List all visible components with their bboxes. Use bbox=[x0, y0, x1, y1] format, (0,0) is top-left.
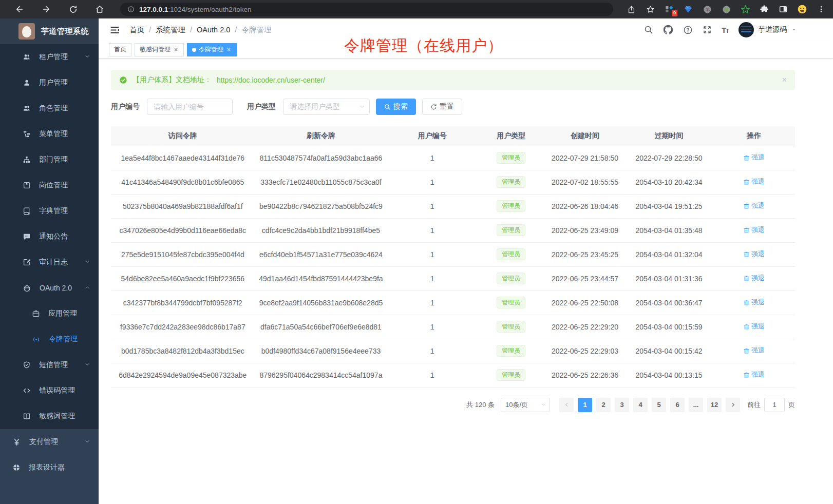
tab-token[interactable]: 令牌管理× bbox=[187, 43, 237, 56]
puzzle-extensions-icon[interactable] bbox=[759, 4, 770, 15]
trash-icon bbox=[743, 372, 750, 378]
page-button-1[interactable]: 1 bbox=[578, 398, 592, 412]
sidebar-item-error-code[interactable]: 错误码管理 bbox=[0, 378, 99, 403]
extension-badge: 9 bbox=[672, 10, 677, 16]
page-button-4[interactable]: 4 bbox=[633, 398, 648, 412]
user-type-badge: 管理员 bbox=[497, 273, 525, 285]
address-bar[interactable]: 127.0.0.1:1024/system/oauth2/token bbox=[120, 3, 613, 16]
breadcrumb-item[interactable]: 首页 bbox=[129, 25, 144, 35]
browser-home-button[interactable] bbox=[86, 2, 113, 16]
reset-button[interactable]: 重置 bbox=[422, 99, 462, 115]
star-extension-icon[interactable] bbox=[740, 4, 751, 15]
trash-icon bbox=[743, 347, 750, 354]
page-button-5[interactable]: 5 bbox=[652, 398, 666, 412]
sidebar-item-oauth2-token[interactable]: 令牌管理 bbox=[0, 326, 99, 352]
page-button-6[interactable]: 6 bbox=[670, 398, 685, 412]
site-info-icon[interactable] bbox=[127, 6, 135, 13]
sidebar-item-role[interactable]: 角色管理 bbox=[0, 95, 99, 121]
sidebar-item-sensitive-word[interactable]: 敏感词管理 bbox=[0, 403, 99, 429]
split-view-icon[interactable] bbox=[778, 4, 789, 15]
prev-page-button[interactable] bbox=[559, 398, 574, 412]
user-name: 芋道源码 bbox=[758, 25, 787, 34]
sidebar-item-audit-log[interactable]: 审计日志 bbox=[0, 249, 99, 275]
action-cell: 强退 bbox=[713, 194, 795, 218]
force-logout-button[interactable]: 强退 bbox=[743, 201, 765, 210]
sidebar-item-sms[interactable]: 短信管理 bbox=[0, 352, 99, 378]
force-logout-label: 强退 bbox=[751, 298, 765, 307]
force-logout-button[interactable]: 强退 bbox=[743, 177, 765, 186]
github-icon[interactable] bbox=[663, 25, 673, 35]
refresh-token-cell: 49d1aa46d1454fbd87591444423be9fa bbox=[255, 266, 388, 290]
force-logout-button[interactable]: 强退 bbox=[743, 153, 765, 162]
force-logout-button[interactable]: 强退 bbox=[743, 346, 765, 355]
chart-icon bbox=[12, 463, 21, 472]
page-size-select[interactable]: 10条/页 bbox=[501, 398, 550, 412]
tab-close-icon[interactable]: × bbox=[226, 46, 232, 53]
gem-extension-icon[interactable] bbox=[683, 4, 694, 15]
sidebar-item-post[interactable]: 岗位管理 bbox=[0, 172, 99, 198]
page-button-3[interactable]: 3 bbox=[615, 398, 629, 412]
action-cell: 强退 bbox=[713, 146, 795, 170]
expire-time-cell: 2054-03-04 01:32:04 bbox=[625, 242, 713, 266]
help-icon[interactable] bbox=[683, 25, 693, 35]
breadcrumb-item[interactable]: 系统管理 bbox=[156, 25, 185, 35]
column-header: 创建时间 bbox=[545, 126, 625, 146]
page-button-12[interactable]: 12 bbox=[707, 398, 722, 412]
access-token-cell: 1ea5e44f8bc1467aaede43144f31de76 bbox=[111, 146, 255, 170]
share-icon[interactable] bbox=[626, 4, 637, 15]
sidebar-item-report-designer[interactable]: 报表设计器 bbox=[0, 455, 99, 480]
bookmark-star-icon[interactable] bbox=[645, 4, 656, 15]
page-button-2[interactable]: 2 bbox=[596, 398, 611, 412]
sidebar-item-menu[interactable]: 菜单管理 bbox=[0, 121, 99, 147]
sidebar-item-oauth2-app[interactable]: 应用管理 bbox=[0, 301, 99, 326]
browser-reload-button[interactable] bbox=[60, 2, 86, 16]
emoji-extension-icon[interactable] bbox=[797, 4, 808, 15]
search-button[interactable]: 搜索 bbox=[376, 99, 416, 115]
force-logout-button[interactable]: 强退 bbox=[743, 225, 765, 235]
force-logout-button[interactable]: 强退 bbox=[743, 298, 765, 307]
force-logout-label: 强退 bbox=[751, 274, 765, 283]
tab-sensitive-word[interactable]: 敏感词管理× bbox=[135, 43, 184, 56]
alert-close-icon[interactable]: × bbox=[782, 75, 787, 85]
force-logout-button[interactable]: 强退 bbox=[743, 274, 765, 283]
sidebar-item-dept[interactable]: 部门管理 bbox=[0, 147, 99, 172]
user-type-badge: 管理员 bbox=[497, 200, 525, 212]
next-page-button[interactable] bbox=[726, 398, 740, 412]
sidebar-item-tenant[interactable]: 租户管理 bbox=[0, 44, 99, 70]
header-search-icon[interactable] bbox=[644, 25, 653, 34]
doc-link[interactable]: https://doc.iocoder.cn/user-center/ bbox=[217, 76, 325, 84]
force-logout-label: 强退 bbox=[751, 322, 765, 331]
user-id-input[interactable] bbox=[147, 99, 233, 115]
sidebar-item-pay[interactable]: 支付管理 bbox=[0, 429, 99, 455]
tab-close-icon[interactable]: × bbox=[173, 46, 179, 53]
sidebar-item-user[interactable]: 用户管理 bbox=[0, 70, 99, 95]
create-time-cell: 2022-07-02 18:55:55 bbox=[545, 170, 625, 194]
browser-back-button[interactable] bbox=[6, 2, 33, 16]
font-size-icon[interactable]: TT bbox=[722, 26, 729, 34]
fullscreen-icon[interactable] bbox=[703, 25, 712, 34]
force-logout-button[interactable]: 强退 bbox=[743, 370, 765, 379]
user-id-cell: 1 bbox=[387, 315, 477, 339]
goto-page-input[interactable] bbox=[764, 398, 785, 412]
breadcrumb-item[interactable]: OAuth 2.0 bbox=[197, 26, 230, 34]
browser-menu-icon[interactable] bbox=[816, 4, 827, 15]
user-menu[interactable]: 芋道源码 bbox=[739, 22, 797, 37]
sidebar-item-dict[interactable]: 字典管理 bbox=[0, 198, 99, 224]
action-cell: 强退 bbox=[713, 363, 795, 387]
command-extension-icon[interactable]: ⌘ bbox=[702, 4, 713, 15]
force-logout-button[interactable]: 强退 bbox=[743, 322, 765, 331]
expire-time-cell: 2054-03-04 00:36:47 bbox=[625, 290, 713, 315]
record-extension-icon[interactable] bbox=[721, 4, 732, 15]
sidebar-toggle-icon[interactable] bbox=[106, 21, 123, 38]
trash-icon bbox=[743, 251, 750, 258]
browser-forward-button[interactable] bbox=[33, 2, 60, 16]
force-logout-button[interactable]: 强退 bbox=[743, 249, 765, 259]
user-type-select[interactable]: 请选择用户类型 bbox=[283, 99, 370, 115]
user-type-label: 用户类型 bbox=[247, 102, 276, 111]
tab-home[interactable]: 首页 bbox=[109, 43, 131, 56]
sidebar-item-oauth2[interactable]: OAuth 2.0 bbox=[0, 275, 99, 301]
access-token-cell: b0d1785bc3a8482f812db4a3f3bd15ec bbox=[111, 339, 255, 363]
url-host: 127.0.0.1 bbox=[139, 6, 168, 13]
extension-tabs-icon[interactable]: 9 bbox=[664, 4, 675, 15]
sidebar-item-notice[interactable]: 通知公告 bbox=[0, 224, 99, 249]
